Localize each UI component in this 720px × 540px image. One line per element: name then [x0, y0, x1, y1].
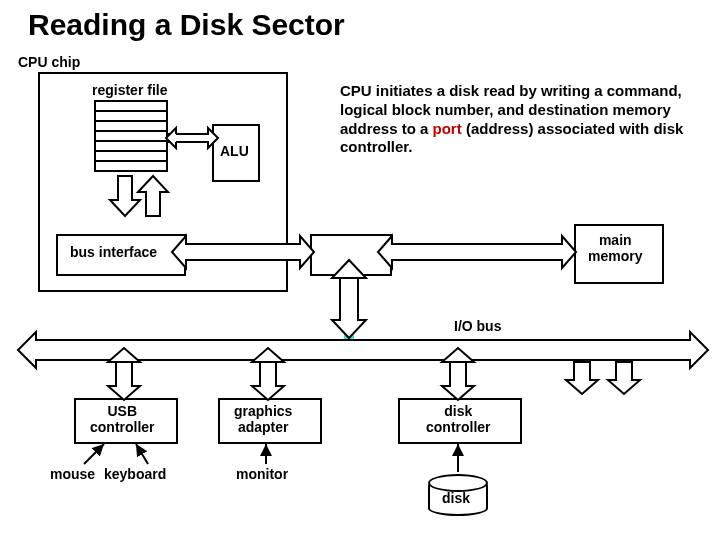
svg-line-0: [84, 444, 104, 464]
svg-line-1: [136, 444, 148, 464]
diagram-arrows: [0, 0, 720, 540]
